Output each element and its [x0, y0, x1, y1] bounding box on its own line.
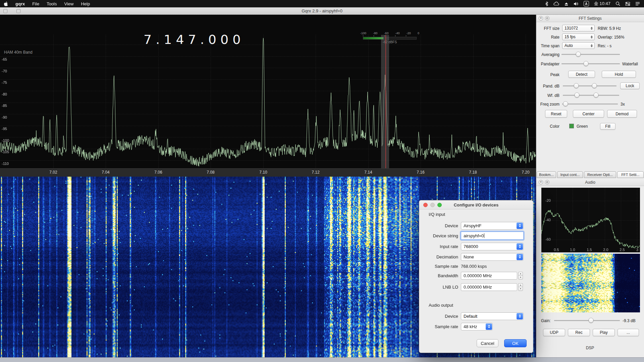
control-center-icon[interactable]	[625, 2, 630, 6]
tab-bookmarks[interactable]: Bookm...	[537, 171, 556, 178]
device-combo[interactable]: AirspyHF	[461, 222, 524, 230]
decimation-combo[interactable]: None	[461, 253, 524, 261]
zoom-traffic-light[interactable]	[437, 203, 442, 207]
apple-menu[interactable]	[0, 0, 12, 7]
menu-file[interactable]: File	[29, 0, 43, 7]
minimize-traffic-light[interactable]	[430, 203, 435, 207]
dialog-title: Configure I/O devices	[454, 202, 499, 207]
menu-bar: gqrx File Tools View Help A 金 10:47	[0, 0, 644, 7]
device-string-input[interactable]: airspyhf=0	[461, 232, 524, 240]
stepper-arrows-icon[interactable]	[590, 25, 593, 31]
volume-icon[interactable]	[574, 2, 579, 6]
rec-button[interactable]: Rec	[568, 329, 590, 336]
peak-detect-button[interactable]: Detect	[568, 71, 595, 78]
db-label: -65	[2, 57, 16, 62]
averaging-slider[interactable]	[561, 51, 620, 57]
color-swatch[interactable]	[569, 124, 574, 128]
combo-arrows-icon[interactable]	[517, 254, 523, 260]
dsp-label: DSP	[536, 346, 644, 350]
screen: gqrx File Tools View Help A 金 10:47 Gqrx…	[0, 0, 644, 362]
stepper-arrows-icon[interactable]	[590, 34, 593, 40]
tab-fft-settings[interactable]: FFT Setti...	[617, 171, 644, 178]
center-button[interactable]: Center	[573, 110, 604, 118]
slider-knob-low[interactable]	[574, 83, 579, 88]
slider-knob-high[interactable]	[592, 83, 597, 88]
fft-settings-header[interactable]: ✕ FFT Settings	[536, 15, 644, 22]
menu-view[interactable]: View	[60, 0, 77, 7]
fill-button[interactable]: Fill	[600, 123, 615, 130]
slider-knob[interactable]	[563, 101, 568, 106]
combo-arrows-icon[interactable]	[517, 223, 523, 229]
bandwidth-field[interactable]: 0.000000 MHz	[461, 272, 517, 280]
db-label: -85	[2, 103, 16, 108]
output-device-combo[interactable]: Default	[461, 312, 524, 320]
audio-db-label: -60	[545, 237, 551, 241]
audio-panel-header[interactable]: ✕ Audio	[536, 179, 644, 186]
audio-spectrum-canvas[interactable]	[541, 188, 640, 252]
spotlight-icon[interactable]	[615, 1, 620, 6]
apple-icon	[4, 1, 8, 6]
window-control-2[interactable]	[16, 9, 20, 13]
tab-input-controls[interactable]: Input cont...	[557, 171, 583, 178]
close-icon[interactable]: ✕	[539, 16, 543, 20]
time-span-combo[interactable]: Auto	[562, 42, 595, 49]
window-control-1[interactable]	[3, 9, 7, 13]
stepper-arrows-icon[interactable]	[590, 43, 593, 49]
menu-clock[interactable]: 金 10:47	[594, 1, 610, 7]
pand-db-range-slider[interactable]	[563, 83, 616, 89]
more-button[interactable]: ...	[618, 329, 639, 336]
input-rate-combo[interactable]: 768000	[461, 243, 524, 250]
slider-knob[interactable]	[584, 61, 589, 66]
detach-icon[interactable]	[545, 16, 549, 20]
freq-zoom-slider[interactable]	[562, 101, 618, 107]
reset-button[interactable]: Reset	[545, 110, 567, 118]
gain-slider[interactable]	[554, 317, 620, 323]
cancel-button[interactable]: Cancel	[477, 339, 498, 347]
input-method-icon[interactable]: A	[584, 1, 589, 6]
freq-label: 7.04	[97, 170, 114, 175]
rate-combo[interactable]: 15 fps	[562, 34, 595, 40]
menu-help[interactable]: Help	[77, 0, 94, 7]
bluetooth-icon[interactable]	[545, 1, 548, 6]
dialog-title-bar[interactable]: Configure I/O devices	[419, 200, 533, 209]
db-label: -105	[2, 149, 16, 154]
wf-db-range-slider[interactable]	[563, 92, 619, 98]
peak-hold-button[interactable]: Hold	[602, 71, 636, 78]
lnb-lo-stepper[interactable]	[518, 283, 523, 291]
menu-app-name[interactable]: gqrx	[12, 0, 29, 7]
ok-button[interactable]: OK	[504, 339, 527, 347]
slider-knob[interactable]	[576, 52, 581, 57]
meter-scale: -100 -80 -60 -40 -20 0	[360, 32, 419, 35]
slider-knob-high[interactable]	[594, 93, 599, 98]
waterfall-label: Waterfall	[622, 62, 638, 66]
close-icon[interactable]: ✕	[539, 180, 543, 184]
slider-knob[interactable]	[588, 318, 593, 323]
pand-lock-button[interactable]: Lock	[620, 82, 640, 89]
eject-icon[interactable]	[564, 2, 569, 6]
slider-knob-low[interactable]	[575, 93, 580, 98]
input-rate-label: Input rate	[425, 244, 458, 249]
combo-arrows-icon[interactable]	[517, 243, 523, 250]
text-caret	[484, 233, 484, 238]
udp-button[interactable]: UDP	[543, 329, 565, 336]
bandwidth-stepper[interactable]	[518, 272, 523, 280]
fft-size-combo[interactable]: 131072	[562, 25, 595, 32]
tab-receiver-options[interactable]: Receiver Opti...	[584, 171, 616, 178]
combo-arrows-icon[interactable]	[517, 313, 523, 319]
close-traffic-light[interactable]	[423, 203, 428, 207]
combo-arrows-icon[interactable]	[486, 323, 492, 330]
detach-icon[interactable]	[545, 180, 549, 184]
spectrum-canvas[interactable]	[0, 35, 536, 168]
demod-button[interactable]: Demod	[607, 110, 637, 118]
lnb-lo-field[interactable]: 0.000000 MHz	[461, 283, 517, 291]
window-title-bar[interactable]: Gqrx 2.9 - airspyhf=0	[0, 7, 644, 15]
menu-tools[interactable]: Tools	[43, 0, 60, 7]
play-button[interactable]: Play	[593, 329, 615, 336]
output-sample-rate-combo[interactable]: 48 kHz	[461, 323, 493, 330]
audio-waterfall-canvas[interactable]	[541, 254, 640, 312]
frequency-axis[interactable]: 7.02 7.04 7.06 7.08 7.10 7.12 7.14 7.16 …	[0, 168, 536, 177]
cloud-icon[interactable]	[553, 2, 559, 6]
device-label: Device	[425, 223, 458, 228]
notification-list-icon[interactable]	[635, 2, 640, 6]
pandapter-split-slider[interactable]	[561, 61, 620, 67]
